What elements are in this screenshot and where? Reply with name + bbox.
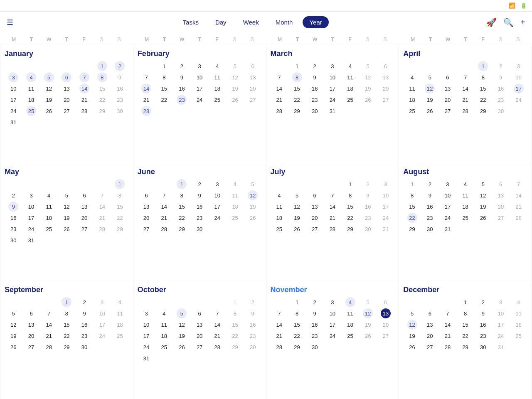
day-cell[interactable]: 23 <box>421 212 439 223</box>
tab-year[interactable]: Year <box>303 16 328 28</box>
day-cell[interactable]: 13 <box>306 201 324 212</box>
day-cell[interactable]: 16 <box>244 319 262 330</box>
day-cell[interactable]: 31 <box>439 224 457 234</box>
day-cell[interactable]: 15 <box>403 201 421 212</box>
day-cell[interactable]: 29 <box>474 106 492 116</box>
day-cell[interactable]: 22 <box>155 94 173 105</box>
day-cell[interactable]: 26 <box>173 342 191 352</box>
day-cell[interactable]: 27 <box>22 342 40 352</box>
day-cell[interactable]: 15 <box>288 319 306 330</box>
day-cell[interactable]: 16 <box>191 201 209 212</box>
day-cell[interactable]: 5 <box>421 72 439 83</box>
day-cell[interactable]: 3 <box>510 61 527 71</box>
day-cell[interactable]: 30 <box>492 106 510 116</box>
day-cell[interactable]: 5 <box>474 179 492 190</box>
day-cell[interactable]: 20 <box>138 212 155 223</box>
day-cell[interactable]: 30 <box>244 342 262 352</box>
day-cell[interactable]: 28 <box>40 342 58 352</box>
day-cell[interactable]: 8 <box>173 190 191 201</box>
day-cell[interactable]: 7 <box>324 190 342 201</box>
day-cell[interactable]: 16 <box>111 83 129 94</box>
day-cell[interactable]: 21 <box>155 212 173 223</box>
day-cell[interactable]: 23 <box>76 330 94 341</box>
day-cell[interactable]: 30 <box>359 224 377 234</box>
day-cell[interactable]: 13 <box>22 319 40 330</box>
day-cell[interactable]: 3 <box>377 179 395 190</box>
day-cell[interactable]: 8 <box>226 308 244 319</box>
day-cell[interactable]: 12 <box>359 72 377 83</box>
day-cell[interactable]: 15 <box>226 319 244 330</box>
day-cell[interactable]: 17 <box>93 319 111 330</box>
day-cell[interactable]: 29 <box>58 342 76 352</box>
day-cell[interactable]: 4 <box>22 72 40 83</box>
day-cell[interactable]: 11 <box>510 308 527 319</box>
day-cell[interactable]: 15 <box>456 319 474 330</box>
day-cell[interactable]: 18 <box>111 319 129 330</box>
day-cell[interactable]: 10 <box>208 190 226 201</box>
day-cell[interactable]: 12 <box>173 319 191 330</box>
day-cell[interactable]: 21 <box>271 94 288 105</box>
day-cell[interactable]: 25 <box>40 224 58 234</box>
search-icon[interactable]: 🔍 <box>503 17 514 27</box>
day-cell[interactable]: 9 <box>244 308 262 319</box>
day-cell[interactable]: 10 <box>492 308 510 319</box>
day-cell[interactable]: 20 <box>22 330 40 341</box>
day-cell[interactable]: 9 <box>5 201 22 212</box>
day-cell[interactable]: 27 <box>306 224 324 234</box>
day-cell[interactable]: 22 <box>456 330 474 341</box>
day-cell[interactable]: 29 <box>456 342 474 352</box>
day-cell[interactable]: 11 <box>271 201 288 212</box>
day-cell[interactable]: 4 <box>456 179 474 190</box>
day-cell[interactable]: 17 <box>377 201 395 212</box>
day-cell[interactable]: 27 <box>421 342 439 352</box>
day-cell[interactable]: 21 <box>76 94 94 105</box>
day-cell[interactable]: 20 <box>421 330 439 341</box>
day-cell[interactable]: 25 <box>226 212 244 223</box>
day-cell[interactable]: 6 <box>306 190 324 201</box>
day-cell[interactable]: 14 <box>271 319 288 330</box>
day-cell[interactable]: 17 <box>5 94 22 105</box>
day-cell[interactable]: 27 <box>191 342 209 352</box>
day-cell[interactable]: 5 <box>58 190 76 201</box>
day-cell[interactable]: 1 <box>111 179 129 190</box>
day-cell[interactable]: 12 <box>244 190 262 201</box>
day-cell[interactable]: 27 <box>492 212 510 223</box>
day-cell[interactable]: 9 <box>111 72 129 83</box>
day-cell[interactable]: 21 <box>456 94 474 105</box>
day-cell[interactable]: 22 <box>288 330 306 341</box>
day-cell[interactable]: 4 <box>208 61 226 71</box>
day-cell[interactable]: 27 <box>377 330 395 341</box>
day-cell[interactable]: 10 <box>93 308 111 319</box>
day-cell[interactable]: 31 <box>5 117 22 128</box>
day-cell[interactable]: 30 <box>111 106 129 116</box>
day-cell[interactable]: 10 <box>5 83 22 94</box>
day-cell[interactable]: 26 <box>58 224 76 234</box>
day-cell[interactable]: 25 <box>22 106 40 116</box>
day-cell[interactable]: 7 <box>208 308 226 319</box>
day-cell[interactable]: 23 <box>306 330 324 341</box>
day-cell[interactable]: 8 <box>288 308 306 319</box>
day-cell[interactable]: 9 <box>173 72 191 83</box>
day-cell[interactable]: 9 <box>474 308 492 319</box>
day-cell[interactable]: 18 <box>22 94 40 105</box>
day-cell[interactable]: 26 <box>288 224 306 234</box>
day-cell[interactable]: 15 <box>58 319 76 330</box>
day-cell[interactable]: 6 <box>421 308 439 319</box>
day-cell[interactable]: 24 <box>510 94 527 105</box>
day-cell[interactable]: 24 <box>492 330 510 341</box>
day-cell[interactable]: 17 <box>191 83 209 94</box>
day-cell[interactable]: 3 <box>138 308 155 319</box>
day-cell[interactable]: 20 <box>377 319 395 330</box>
day-cell[interactable]: 18 <box>271 212 288 223</box>
tab-month[interactable]: Month <box>269 16 300 28</box>
day-cell[interactable]: 16 <box>306 83 324 94</box>
day-cell[interactable]: 18 <box>226 201 244 212</box>
day-cell[interactable]: 17 <box>22 212 40 223</box>
day-cell[interactable]: 4 <box>40 190 58 201</box>
day-cell[interactable]: 2 <box>359 179 377 190</box>
rocket-icon[interactable]: 🚀 <box>486 17 497 27</box>
day-cell[interactable]: 2 <box>76 297 94 308</box>
day-cell[interactable]: 5 <box>226 61 244 71</box>
day-cell[interactable]: 26 <box>359 330 377 341</box>
day-cell[interactable]: 19 <box>40 94 58 105</box>
